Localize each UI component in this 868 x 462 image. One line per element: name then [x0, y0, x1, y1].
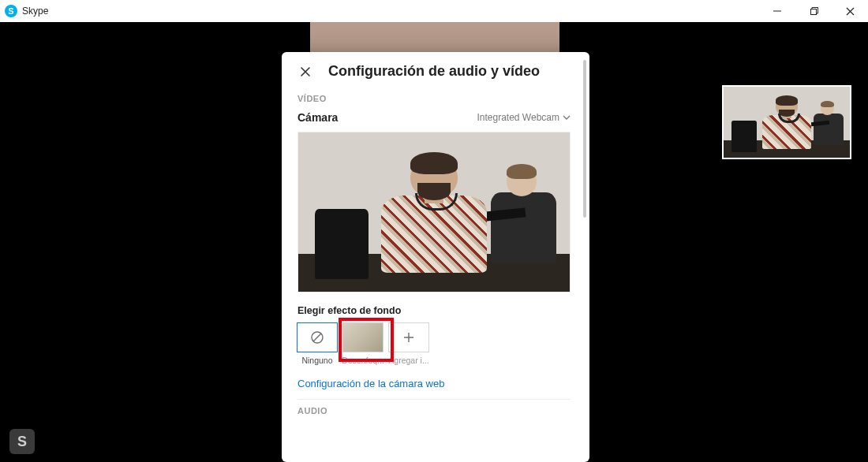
audio-video-settings-dialog: Configuración de audio y vídeo VÍDEO Cám… [282, 52, 589, 462]
window-title: Skype [22, 6, 48, 17]
minimize-button[interactable] [759, 0, 795, 22]
plus-icon [402, 331, 415, 344]
background-effects: Ninguno Desenfoq... Agregar i... [282, 322, 586, 365]
taskbar-skype-icon[interactable]: S [9, 429, 35, 454]
window-buttons [759, 0, 868, 22]
camera-row: Cámara Integrated Webcam [282, 106, 586, 129]
dialog-scrollbar[interactable] [583, 60, 586, 218]
close-dialog-button[interactable] [297, 64, 313, 80]
effect-blur[interactable]: Desenfoq... [343, 322, 383, 365]
blur-thumb-icon [342, 322, 383, 352]
camera-device-dropdown[interactable]: Integrated Webcam [477, 112, 571, 123]
pip-scene [724, 87, 850, 158]
title-bar-left: S Skype [5, 5, 48, 17]
none-icon [310, 330, 324, 345]
camera-label: Cámara [297, 111, 338, 124]
dialog-title: Configuración de audio y vídeo [313, 63, 555, 80]
svg-rect-0 [810, 9, 816, 14]
close-window-button[interactable] [832, 0, 868, 22]
dialog-header: Configuración de audio y vídeo [282, 52, 586, 88]
audio-section-label: AUDIO [282, 400, 586, 419]
client-area: Configuración de audio y vídeo VÍDEO Cám… [0, 22, 868, 462]
webcam-settings-link[interactable]: Configuración de la cámara web [282, 365, 460, 394]
effect-add-label: Agregar i... [388, 356, 428, 365]
camera-device-name: Integrated Webcam [477, 112, 559, 123]
skype-logo-icon: S [5, 5, 17, 17]
camera-preview [297, 132, 571, 292]
picture-in-picture[interactable] [722, 85, 851, 159]
effect-none-label: Ninguno [301, 356, 332, 365]
effect-add-image[interactable]: Agregar i... [389, 322, 428, 365]
effect-none[interactable]: Ninguno [297, 322, 337, 365]
chevron-down-icon [563, 114, 571, 121]
video-section-label: VÍDEO [282, 88, 586, 106]
effect-blur-label: Desenfoq... [342, 356, 384, 365]
maximize-button[interactable] [795, 0, 832, 22]
title-bar: S Skype [0, 0, 868, 22]
background-effects-label: Elegir efecto de fondo [282, 292, 586, 322]
